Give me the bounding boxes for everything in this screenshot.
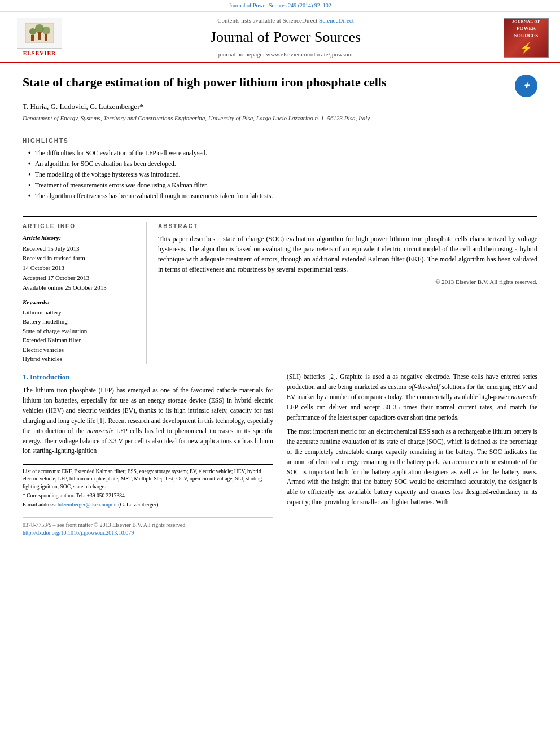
article-history-label: Article history:: [23, 234, 138, 242]
article-content: State of charge estimation of high power…: [0, 63, 560, 548]
accepted-date: Accepted 17 October 2013: [23, 274, 138, 282]
keywords-label: Keywords:: [23, 298, 138, 307]
elsevier-logo: ELSEVIER: [11, 18, 68, 58]
intro-paragraph-1: The lithium iron phosphate (LFP) has eme…: [23, 386, 273, 456]
journal-reference-bar: Journal of Power Sources 249 (2014) 92–1…: [0, 0, 560, 12]
keyword-item: State of charge evaluation: [23, 327, 138, 335]
keyword-item: Electric vehicles: [23, 346, 138, 354]
highlight-item: The modelling of the voltage hysteresis …: [28, 170, 537, 179]
acronyms-footnote: List of acronyms: EKF, Extended Kalman f…: [23, 468, 273, 491]
svg-point-3: [29, 28, 36, 35]
section-1-heading: 1. Introduction: [23, 372, 273, 382]
highlights-section: HIGHLIGHTS The difficulties for SOC eval…: [23, 137, 537, 208]
highlight-item: Treatment of measurements errors was don…: [28, 181, 537, 190]
article-title: State of charge estimation of high power…: [23, 75, 509, 91]
elsevier-wordmark: ELSEVIER: [23, 50, 56, 58]
keyword-item: Battery modelling: [23, 317, 138, 326]
affiliation-line: Department of Energy, Systems, Territory…: [23, 114, 537, 129]
intro-paragraph-right-1: (SLI) batteries [2]. Graphite is used a …: [287, 372, 537, 422]
intro-paragraph-right-2: The most important metric for an electro…: [287, 427, 537, 508]
authors-line: T. Huria, G. Ludovici, G. Lutzemberger*: [23, 102, 537, 112]
contents-available-line: Contents lists available at ScienceDirec…: [79, 16, 492, 25]
article-info-abstract-section: ARTICLE INFO Article history: Received 1…: [23, 216, 537, 364]
doi-line: http://dx.doi.org/10.1016/j.jpowsour.201…: [23, 529, 273, 537]
email-footnote: E-mail address: lutzemberger@dsea.unipi.…: [23, 501, 273, 509]
highlight-item: An algorithm for SOC evaluation has been…: [28, 159, 537, 168]
article-info-label: ARTICLE INFO: [23, 222, 138, 230]
article-info-column: ARTICLE INFO Article history: Received 1…: [23, 222, 147, 364]
svg-point-4: [42, 27, 50, 34]
received-revised-label: Received in revised form: [23, 254, 138, 263]
keyword-item: Extended Kalman filter: [23, 336, 138, 344]
abstract-column: ABSTRACT This paper describes a state of…: [158, 222, 537, 364]
sciencedirect-link[interactable]: ScienceDirect: [319, 17, 354, 24]
highlights-list: The difficulties for SOC evaluation of t…: [23, 148, 537, 200]
crossmark-badge: ✚: [515, 75, 537, 97]
received-date: Received 15 July 2013: [23, 244, 138, 253]
footer-bar: 0378-7753/$ – see front matter © 2013 El…: [23, 517, 273, 537]
journal-cover-logo: JOURNAL OF POWER SOURCES ⚡: [504, 18, 549, 58]
keyword-item: Lithium battery: [23, 308, 138, 317]
page: Journal of Power Sources 249 (2014) 92–1…: [0, 0, 560, 747]
copyright-line: © 2013 Elsevier B.V. All rights reserved…: [158, 278, 537, 286]
journal-reference-text: Journal of Power Sources 249 (2014) 92–1…: [229, 2, 331, 8]
journal-center-header: Contents lists available at ScienceDirec…: [68, 16, 504, 59]
received-revised-date: 14 October 2013: [23, 264, 138, 272]
journal-header: ELSEVIER Contents lists available at Sci…: [0, 12, 560, 63]
corresponding-author-footnote: * Corresponding author. Tel.: +39 050 22…: [23, 492, 273, 500]
body-two-column: 1. Introduction The lithium iron phospha…: [23, 372, 537, 536]
body-right-column: (SLI) batteries [2]. Graphite is used a …: [287, 372, 537, 536]
elsevier-tree-image: [17, 18, 62, 49]
highlight-item: The algorithm effectiveness has been eva…: [28, 191, 537, 200]
svg-rect-2: [38, 32, 41, 40]
issn-line: 0378-7753/$ – see front matter © 2013 El…: [23, 521, 273, 529]
abstract-label: ABSTRACT: [158, 222, 537, 230]
highlight-item: The difficulties for SOC evaluation of t…: [28, 148, 537, 158]
available-online-date: Available online 25 October 2013: [23, 283, 138, 292]
svg-rect-6: [45, 34, 47, 41]
svg-rect-5: [31, 35, 34, 41]
email-link[interactable]: lutzemberger@dsea.unipi.it: [58, 502, 117, 508]
body-left-column: 1. Introduction The lithium iron phospha…: [23, 372, 273, 536]
abstract-text: This paper describes a state of charge (…: [158, 234, 537, 274]
journal-title: Journal of Power Sources: [79, 27, 492, 47]
highlights-label: HIGHLIGHTS: [23, 137, 537, 145]
footnote-section: List of acronyms: EKF, Extended Kalman f…: [23, 464, 273, 509]
doi-link[interactable]: http://dx.doi.org/10.1016/j.jpowsour.201…: [23, 530, 134, 536]
keyword-item: Hybrid vehicles: [23, 355, 138, 363]
journal-homepage-line: journal homepage: www.elsevier.com/locat…: [79, 50, 492, 59]
